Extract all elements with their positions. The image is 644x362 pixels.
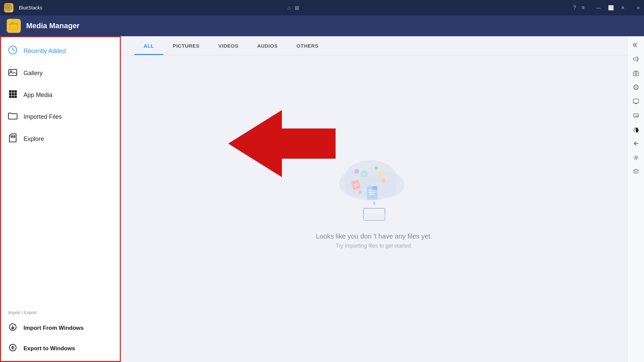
media-manager-icon <box>7 19 21 33</box>
svg-rect-9 <box>14 90 17 93</box>
section-label: Import / Export <box>0 305 120 318</box>
svg-rect-5 <box>9 69 17 75</box>
svg-rect-4 <box>11 22 14 23</box>
grid-apps-icon <box>8 90 17 100</box>
tab-all[interactable]: ALL <box>134 36 163 55</box>
clock-icon <box>8 46 17 56</box>
svg-rect-56 <box>633 99 639 103</box>
svg-text:ABC: ABC <box>635 115 639 117</box>
right-icon-collapse[interactable] <box>630 39 642 51</box>
svg-rect-15 <box>14 96 17 98</box>
export-icon <box>8 344 17 353</box>
tab-videos[interactable]: VIDEOS <box>209 36 248 55</box>
svg-rect-51 <box>633 72 639 76</box>
empty-state: ↻ <box>121 55 627 362</box>
svg-rect-7 <box>9 90 11 93</box>
svg-rect-18 <box>14 135 15 138</box>
sdcard-icon <box>8 134 17 144</box>
close-button[interactable]: ✕ <box>617 3 629 13</box>
title-bar-icons: ⌂ ⊞ <box>288 5 299 11</box>
imported-files-label: Imported Files <box>23 113 62 120</box>
app-title: BlueStacks <box>19 5 282 10</box>
svg-rect-8 <box>12 90 14 93</box>
empty-sub-text: Try importing files to get started. <box>336 243 412 249</box>
home-icon[interactable]: ⌂ <box>288 5 291 11</box>
svg-rect-3 <box>10 23 18 25</box>
right-icon-signal[interactable] <box>630 81 642 93</box>
svg-point-42 <box>382 178 386 183</box>
tab-audios[interactable]: AUDIOS <box>248 36 287 55</box>
svg-rect-16 <box>11 135 12 138</box>
minimize-button[interactable]: — <box>593 3 605 13</box>
svg-rect-12 <box>14 93 17 95</box>
export-to-windows-label: Export to Windows <box>23 345 75 352</box>
right-icon-layers[interactable] <box>630 166 642 178</box>
right-sidebar: ABC <box>627 36 644 362</box>
empty-illustration: ↻ <box>327 149 421 222</box>
tab-others[interactable]: OTHERS <box>287 36 328 55</box>
svg-rect-13 <box>9 96 11 98</box>
sidebar-item-explore[interactable]: Explore <box>0 127 120 150</box>
sidebar-item-imported-files[interactable]: Imported Files <box>0 106 120 127</box>
recently-added-label: Recently Added <box>23 48 66 55</box>
svg-point-64 <box>634 156 638 160</box>
content-area: ALL PICTURES VIDEOS AUDIOS OTHERS <box>121 36 627 362</box>
maximize-button[interactable]: ⬜ <box>605 3 617 13</box>
window-controls: — ⬜ ✕ <box>593 3 629 13</box>
export-to-windows-button[interactable]: Export to Windows <box>0 338 120 359</box>
svg-rect-35 <box>379 171 384 176</box>
right-icon-abc[interactable]: ABC <box>630 109 642 121</box>
svg-rect-11 <box>12 93 14 95</box>
import-from-windows-label: Import From Windows <box>23 325 84 331</box>
svg-marker-40 <box>372 186 377 190</box>
app-media-label: App Media <box>23 92 52 99</box>
empty-main-text: Looks like you don 't have any files yet… <box>316 232 432 240</box>
svg-marker-50 <box>634 57 637 61</box>
grid-icon[interactable]: ⊞ <box>295 5 299 11</box>
right-icon-camera[interactable] <box>630 67 642 79</box>
folder-icon <box>8 112 17 121</box>
sidebar-item-app-media[interactable]: App Media <box>0 84 120 106</box>
svg-point-43 <box>375 166 378 170</box>
app-header: Media Manager <box>0 15 644 36</box>
svg-point-41 <box>354 169 359 174</box>
gallery-label: Gallery <box>23 70 43 77</box>
import-icon <box>8 323 17 333</box>
svg-rect-14 <box>12 96 14 98</box>
svg-rect-10 <box>9 93 11 95</box>
content-tabs: ALL PICTURES VIDEOS AUDIOS OTHERS <box>121 36 627 55</box>
help-icon[interactable]: ? <box>573 5 576 11</box>
menu-icon[interactable]: ≡ <box>582 5 585 11</box>
right-icon-settings[interactable] <box>630 123 642 136</box>
app-header-title: Media Manager <box>26 21 80 30</box>
right-icon-settings2[interactable] <box>630 152 642 164</box>
svg-marker-1 <box>7 6 10 9</box>
right-icon-volume[interactable] <box>630 53 642 65</box>
svg-point-52 <box>635 73 637 75</box>
explore-label: Explore <box>23 136 44 143</box>
tab-pictures[interactable]: PICTURES <box>163 36 209 55</box>
bluestacks-logo <box>4 3 13 12</box>
sidebar-item-recently-added[interactable]: Recently Added <box>0 40 120 62</box>
svg-point-44 <box>358 191 362 194</box>
svg-rect-17 <box>12 135 13 138</box>
right-icon-display[interactable] <box>630 95 642 107</box>
svg-text:↻: ↻ <box>362 172 366 176</box>
gallery-icon <box>8 68 17 78</box>
right-icon-back[interactable] <box>630 138 642 150</box>
svg-rect-49 <box>363 214 385 220</box>
sidebar-nav: Recently Added Gallery <box>0 36 120 305</box>
main-content: Recently Added Gallery <box>0 36 644 362</box>
import-from-windows-button[interactable]: Import From Windows <box>0 318 120 338</box>
collapse-icon[interactable]: « <box>637 5 640 11</box>
import-export-section: Import / Export Import From Windows <box>0 305 120 362</box>
sidebar: Recently Added Gallery <box>0 36 121 362</box>
sidebar-item-gallery[interactable]: Gallery <box>0 62 120 84</box>
svg-point-63 <box>635 157 637 159</box>
title-bar: BlueStacks ⌂ ⊞ ? ≡ — ⬜ ✕ « <box>0 0 644 15</box>
